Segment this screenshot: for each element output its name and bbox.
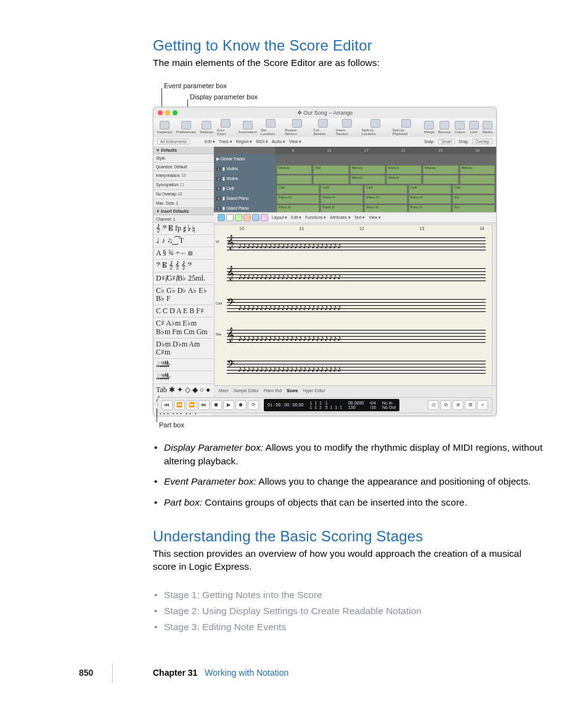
- definition-item: Event Parameter box: Allows you to chang…: [153, 475, 547, 488]
- toolbar-inspector: Inspector: [157, 121, 173, 134]
- score-editor-screenshot: ❖ Our Song – Arrange InspectorPreference…: [153, 107, 497, 416]
- toolbar-cut-section: Cut Section: [313, 119, 332, 136]
- heading-score-editor: Getting to Know the Score Editor: [153, 37, 547, 54]
- editor-tabs: MixerSample EditorPiano RollScoreHyper E…: [214, 385, 496, 396]
- toolbar-merge: Merge: [424, 121, 435, 134]
- toolbar-insert-section: Insert Section: [336, 119, 358, 136]
- toolbar-split-by-playhead: Split by Playhead: [392, 119, 420, 136]
- chapter-label: Chapter 31Working with Notation: [153, 668, 288, 678]
- lcd-display: 01 : 00 : 00 : 00.00 1 1 1 1 1 1 1 5 1 1…: [264, 399, 399, 411]
- score-view: 1011121314𝄞♪♪♪♪♪♪♪♪♪♪♪♪♪♪♪♪♪♪♪♪♪♪♪♪Vl.𝄞♪…: [214, 224, 492, 386]
- toolbar-settings: Settings: [200, 121, 213, 134]
- toolbar-split-by-locators: Split by Locators: [362, 119, 389, 136]
- toolbar-auto-zoom: Auto Zoom: [217, 119, 235, 136]
- callouts-top: Event parameter box Display parameter bo…: [153, 83, 547, 107]
- toolbar-automation: Automation: [239, 121, 257, 134]
- toolbar-repeat-section: Repeat Section: [285, 119, 309, 136]
- toolbar-colors: Colors: [454, 121, 465, 134]
- toolbar-media: Media: [483, 121, 492, 134]
- heading-scoring-stages: Understanding the Basic Scoring Stages: [153, 528, 547, 545]
- intro-2: This section provides an overview of how…: [153, 548, 547, 573]
- definition-item: Display Parameter box: Allows you to mod…: [153, 441, 547, 467]
- arrange-menubar: All Instruments Edit ▾Track ▾Region ▾MID…: [153, 137, 496, 147]
- toolbar: InspectorPreferencesSettingsAuto ZoomAut…: [153, 118, 496, 138]
- part-box: 𝄞 𝄢 𝄡 fp ♯ ♭ ♮♩ ♪ ♫ ͜ ͡ TA § ¾ 𝄐 ⌐ ⊞𝄢 𝄡 …: [153, 222, 214, 416]
- definition-list: Display Parameter box: Allows you to mod…: [153, 441, 547, 509]
- toolbar-preferences: Preferences: [176, 121, 196, 134]
- callout-display: Display parameter box: [190, 93, 258, 101]
- insert-defaults-header: ▼ Insert Defaults: [153, 208, 214, 215]
- intro-1: The main elements of the Score Editor ar…: [153, 57, 547, 70]
- window-title: ❖ Our Song – Arrange: [153, 110, 496, 116]
- toolbar-set-locators: Set Locators: [261, 119, 281, 136]
- track-filter: All Instruments: [157, 139, 190, 144]
- callout-event: Event parameter box: [164, 82, 227, 89]
- score-toolbar: Layout ▾Edit ▾Functions ▾Attributes ▾Tex…: [214, 212, 496, 223]
- definition-item: Part box: Contains groups of objects tha…: [153, 496, 547, 509]
- stage-links: Stage 1: Getting Notes into the ScoreSta…: [153, 587, 547, 636]
- page-number: 850: [79, 668, 93, 678]
- stage-link[interactable]: Stage 1: Getting Notes into the Score: [153, 587, 547, 603]
- stage-link[interactable]: Stage 2: Using Display Settings to Creat…: [153, 603, 547, 619]
- page-footer: 850 Chapter 31Working with Notation: [0, 668, 588, 686]
- transport-bar: ⏮⏪⏩⏭⏹▶⏺⟳ 01 : 00 : 00 : 00.00 1 1 1 1 1 …: [157, 397, 492, 413]
- toolbar-lists: Lists: [469, 121, 479, 134]
- callout-part: Part box: [159, 421, 184, 429]
- defaults-header: ▼ Defaults: [153, 147, 214, 154]
- toolbar-bounce: Bounce: [438, 121, 451, 134]
- callouts-bottom: Part box: [153, 416, 547, 430]
- stage-link[interactable]: Stage 3: Editing Note Events: [153, 619, 547, 635]
- arrange-area: 91317212529 ▶ Global Tracks 1 ▮ ViolinsM…: [214, 147, 496, 212]
